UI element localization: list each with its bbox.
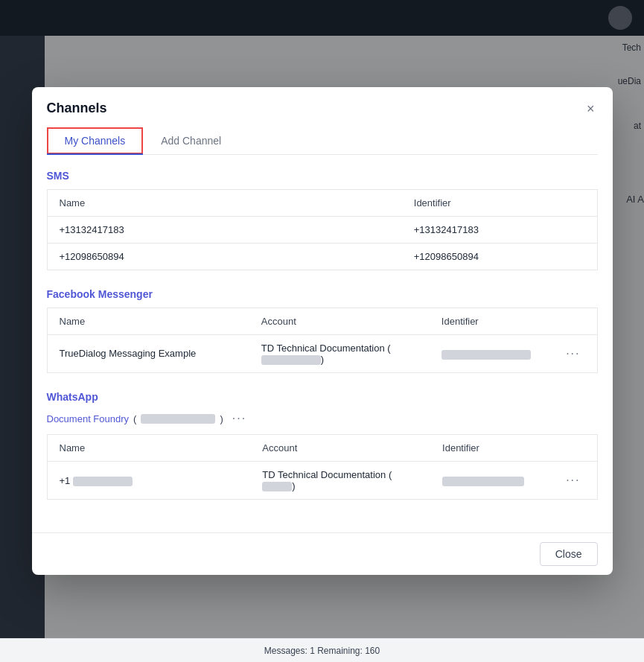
- fb-row1-identifier: [430, 334, 549, 372]
- table-row: TrueDialog Messaging Example TD Technica…: [47, 334, 597, 372]
- whatsapp-subsection-paren-open: (: [133, 413, 136, 424]
- modal-body: SMS Name Identifier +13132417183 +131324…: [32, 155, 613, 532]
- wa-name-blurred: [73, 477, 133, 486]
- wa-col-account: Account: [250, 435, 430, 462]
- wa-row1-more-button[interactable]: ···: [561, 472, 584, 488]
- sms-row2-name: +12098650894: [47, 243, 402, 270]
- table-row: +12098650894 +12098650894: [47, 243, 597, 270]
- modal-header: Channels ×: [32, 87, 613, 118]
- whatsapp-subsection-header: Document Foundry ( ) ···: [47, 410, 598, 427]
- wa-row1-identifier: [430, 462, 549, 500]
- table-row: +1 TD Technical Documentation () ···: [47, 462, 597, 500]
- wa-row1-account: TD Technical Documentation (): [250, 462, 430, 500]
- wa-col-actions: [549, 435, 597, 462]
- tab-add-channel[interactable]: Add Channel: [143, 127, 239, 154]
- whatsapp-section: WhatsApp Document Foundry ( ) ··· Name A…: [47, 391, 598, 500]
- wa-col-identifier: Identifier: [430, 435, 549, 462]
- wa-row1-name: +1: [47, 462, 250, 500]
- fb-account-blurred: [261, 355, 321, 365]
- wa-account-blurred: [262, 482, 292, 491]
- whatsapp-subsection-more-button[interactable]: ···: [228, 410, 251, 427]
- tab-my-channels[interactable]: My Channels: [47, 127, 144, 154]
- whatsapp-subsection-blurred-id: [141, 414, 215, 424]
- channels-modal: Channels × My Channels Add Channel SMS N…: [32, 87, 613, 575]
- modal-title: Channels: [47, 101, 107, 116]
- sms-section-title: SMS: [47, 170, 598, 182]
- wa-col-name: Name: [47, 435, 250, 462]
- tabs-container: My Channels Add Channel: [47, 127, 598, 155]
- fb-col-account: Account: [249, 308, 430, 334]
- fb-row1-actions: ···: [549, 334, 597, 372]
- whatsapp-subsection-label[interactable]: Document Foundry: [47, 413, 130, 424]
- sms-row2-identifier: +12098650894: [402, 243, 597, 270]
- fb-row1-more-button[interactable]: ···: [561, 346, 584, 362]
- sms-table-header: Name Identifier: [47, 189, 597, 216]
- modal-close-button[interactable]: ×: [584, 99, 598, 118]
- sms-col-identifier: Identifier: [402, 189, 597, 216]
- sms-col-name: Name: [47, 189, 402, 216]
- whatsapp-table: Name Account Identifier +1 TD Technical …: [47, 434, 598, 500]
- table-row: +13132417183 +13132417183: [47, 216, 597, 243]
- status-bar-text: Messages: 1 Remaining: 160: [264, 646, 380, 656]
- wa-row1-actions: ···: [549, 462, 597, 500]
- whatsapp-section-title: WhatsApp: [47, 391, 598, 403]
- facebook-table: Name Account Identifier TrueDialog Messa…: [47, 308, 598, 373]
- wa-identifier-blurred: [442, 477, 524, 486]
- status-bar: Messages: 1 Remaining: 160: [0, 638, 644, 662]
- whatsapp-table-header: Name Account Identifier: [47, 435, 597, 462]
- sms-section: SMS Name Identifier +13132417183 +131324…: [47, 170, 598, 270]
- fb-row1-name: TrueDialog Messaging Example: [47, 334, 249, 372]
- fb-row1-account: TD Technical Documentation ( ): [249, 334, 430, 372]
- modal-footer: Close: [32, 532, 613, 575]
- facebook-section: Facebook Messenger Name Account Identifi…: [47, 288, 598, 373]
- whatsapp-subsection-paren-close: ): [220, 413, 223, 424]
- close-footer-button[interactable]: Close: [540, 542, 598, 566]
- fb-col-actions: [549, 308, 597, 334]
- sms-row1-identifier: +13132417183: [402, 216, 597, 243]
- fb-col-name: Name: [47, 308, 249, 334]
- facebook-table-header: Name Account Identifier: [47, 308, 597, 334]
- facebook-section-title: Facebook Messenger: [47, 288, 598, 300]
- fb-identifier-blurred: [441, 350, 531, 360]
- sms-row1-name: +13132417183: [47, 216, 402, 243]
- fb-col-identifier: Identifier: [430, 308, 549, 334]
- sms-table: Name Identifier +13132417183 +1313241718…: [47, 189, 598, 270]
